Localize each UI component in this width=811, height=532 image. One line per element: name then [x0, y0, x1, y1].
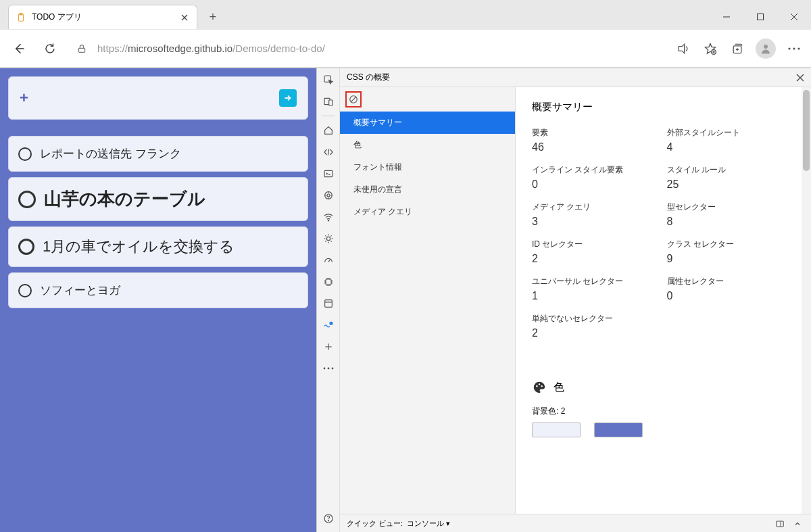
browser-chrome: TODO アプリ + https://microsoftedge.github.…	[0, 0, 811, 68]
svg-rect-17	[324, 170, 333, 176]
browser-tab[interactable]: TODO アプリ	[8, 5, 197, 29]
svg-rect-3	[758, 14, 764, 20]
svg-point-9	[764, 45, 768, 49]
devtools-footer: クイック ビュー: コンソール ▾	[340, 514, 811, 532]
svg-point-12	[797, 47, 800, 49]
stat-label: メディア クエリ	[532, 201, 660, 213]
scrollbar-thumb[interactable]	[803, 90, 810, 171]
stat-value: 0	[532, 178, 660, 191]
sidebar-nav-item[interactable]: フォント情報	[340, 156, 515, 178]
bg-colors-label: 背景色: 2	[532, 406, 795, 417]
colors-section: 色 背景色: 2	[532, 366, 795, 437]
quick-view-select[interactable]: コンソール ▾	[407, 518, 450, 529]
stat-value: 2	[532, 327, 660, 339]
elements-icon[interactable]	[321, 145, 336, 160]
submit-arrow-button[interactable]	[279, 89, 297, 107]
svg-line-23	[328, 260, 330, 262]
sidebar-nav-item[interactable]: 概要サマリー	[340, 112, 515, 134]
refresh-button[interactable]	[39, 38, 61, 59]
device-toggle-icon[interactable]	[321, 94, 336, 109]
dock-icon[interactable]	[773, 517, 787, 531]
minimize-button[interactable]	[710, 2, 743, 32]
todo-app: + レポートの送信先 フランク山芋の本のテーブル1月の車でオイルを交換するソフィ…	[0, 68, 316, 532]
sidebar-nav-item[interactable]: 未使用の宣言	[340, 178, 515, 201]
css-overview-sidebar: 概要サマリー色フォント情報未使用の宣言メディア クエリ	[340, 87, 516, 514]
todo-item[interactable]: ソフィーとヨガ	[8, 272, 308, 308]
clear-overview-button[interactable]	[345, 91, 362, 107]
summary-stats: 要素46外部スタイルシート4インライン スタイル要素0スタイル ルール25メディ…	[532, 127, 795, 339]
css-overview-icon[interactable]	[321, 318, 336, 333]
svg-point-22	[326, 237, 330, 240]
more-icon[interactable]	[321, 361, 336, 376]
sources-icon[interactable]	[321, 188, 336, 203]
stat-cell: 属性セレクター0	[667, 276, 795, 302]
new-tab-button[interactable]: +	[203, 7, 223, 27]
clipboard-icon	[16, 12, 26, 23]
expand-drawer-icon[interactable]	[791, 517, 804, 531]
stat-value: 9	[667, 253, 795, 265]
color-swatch[interactable]	[532, 422, 581, 437]
lighthouse-icon[interactable]	[321, 231, 336, 246]
todo-input-card[interactable]: +	[8, 76, 308, 120]
stat-value: 1	[532, 290, 660, 302]
sidebar-nav-item[interactable]: メディア クエリ	[340, 201, 515, 223]
stat-cell: スタイル ルール25	[667, 164, 795, 191]
todo-item[interactable]: 山芋の本のテーブル	[8, 177, 308, 221]
stat-label: クラス セレクター	[667, 239, 795, 250]
performance-icon[interactable]	[321, 253, 336, 268]
svg-rect-41	[777, 521, 784, 526]
sidebar-nav-item[interactable]: 色	[340, 134, 515, 156]
memory-icon[interactable]	[321, 274, 336, 289]
summary-heading: 概要サマリー	[532, 101, 795, 114]
collections-icon[interactable]	[729, 40, 746, 57]
more-tools-icon[interactable]	[321, 339, 336, 354]
inspect-icon[interactable]	[321, 72, 336, 87]
stat-value: 46	[532, 141, 660, 153]
todo-checkbox[interactable]	[18, 147, 32, 161]
stat-cell: メディア クエリ3	[532, 201, 660, 228]
network-icon[interactable]	[321, 210, 336, 224]
todo-checkbox[interactable]	[18, 284, 32, 297]
stat-label: ユニバーサル セレクター	[532, 276, 660, 287]
svg-point-20	[327, 194, 330, 197]
todo-item[interactable]: レポートの送信先 フランク	[8, 136, 308, 172]
stat-cell: 型セレクター8	[667, 201, 795, 228]
plus-icon: +	[20, 89, 28, 107]
svg-rect-5	[78, 48, 84, 52]
application-icon[interactable]	[321, 296, 336, 311]
palette-icon	[532, 380, 547, 395]
stat-cell: クラス セレクター9	[667, 239, 795, 265]
colors-heading: 色	[554, 381, 564, 395]
read-aloud-icon[interactable]	[674, 40, 692, 57]
svg-point-21	[328, 220, 328, 221]
todo-checkbox[interactable]	[18, 191, 36, 208]
devtools-activity-bar	[317, 68, 340, 532]
workspace: + レポートの送信先 フランク山芋の本のテーブル1月の車でオイルを交換するソフィ…	[0, 68, 811, 532]
todo-text: 山芋の本のテーブル	[44, 187, 205, 211]
tab-close-button[interactable]	[179, 12, 190, 23]
stat-label: 要素	[532, 127, 660, 139]
color-swatch[interactable]	[594, 422, 643, 437]
stat-label: 属性セレクター	[667, 276, 795, 287]
close-window-button[interactable]	[777, 2, 811, 32]
back-button[interactable]	[8, 38, 30, 59]
stat-value: 2	[532, 253, 660, 265]
favorite-icon[interactable]	[702, 40, 719, 57]
devtools: CSS の概要 概要サマリー色フォント情報未使用の宣言メディア クエリ 概要サマ…	[316, 68, 811, 532]
welcome-icon[interactable]	[321, 123, 336, 138]
profile-avatar[interactable]	[756, 39, 776, 59]
scrollbar[interactable]	[802, 87, 811, 514]
more-menu-icon[interactable]	[785, 40, 803, 57]
stat-cell: ID セレクター2	[532, 239, 660, 265]
sidebar-toolbar	[340, 87, 515, 112]
todo-checkbox[interactable]	[18, 239, 34, 255]
devtools-header: CSS の概要	[340, 68, 811, 87]
svg-point-33	[331, 368, 333, 370]
help-icon[interactable]	[321, 511, 336, 526]
address-bar[interactable]: https://microsoftedge.github.io/Demos/de…	[70, 37, 665, 61]
console-icon[interactable]	[321, 166, 336, 181]
svg-point-38	[536, 385, 537, 387]
panel-close-button[interactable]	[796, 74, 804, 82]
maximize-button[interactable]	[743, 2, 777, 32]
todo-item[interactable]: 1月の車でオイルを交換する	[8, 226, 308, 267]
